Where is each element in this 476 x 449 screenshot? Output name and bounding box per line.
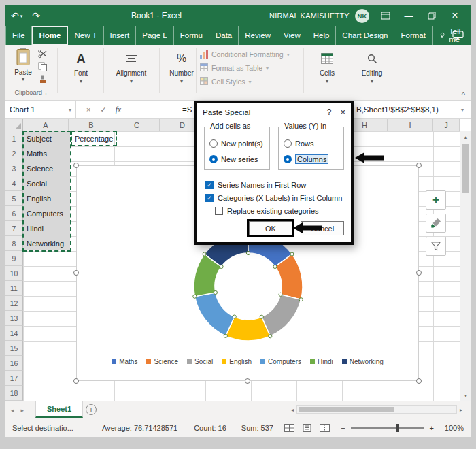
normal-view-button[interactable] [284,423,294,433]
sheet-nav-right-icon[interactable]: ▸ [21,407,24,414]
clipboard-dialog-launcher-icon[interactable]: ⌟ [44,90,47,96]
cell-a5[interactable]: English [24,191,69,206]
column-header-a[interactable]: A [23,119,69,131]
insert-function-icon[interactable]: fx [112,101,125,118]
scroll-down-icon[interactable]: ▼ [460,390,471,401]
radio-rows[interactable] [284,139,292,148]
copy-icon[interactable] [38,62,48,73]
restore-button[interactable] [420,5,443,26]
hscroll-right-icon[interactable]: ▸ [460,407,462,413]
row-header-8[interactable]: 8 [5,236,23,251]
row-header-6[interactable]: 6 [5,206,23,221]
column-header-c[interactable]: C [114,119,160,131]
cell-a3[interactable]: Science [24,161,69,176]
cell-a6[interactable]: Computers [24,206,69,221]
ribbon-display-options-icon[interactable] [374,5,397,26]
formula-enter-icon[interactable]: ✓ [97,101,110,118]
font-group[interactable]: A Font ▾ [61,50,101,84]
sheet-tab-sheet1[interactable]: Sheet1 [35,401,83,418]
chart-selection-handle[interactable] [245,378,250,384]
formula-cancel-icon[interactable]: × [82,101,95,118]
chart-filters-button[interactable] [426,237,446,256]
chart-selection-handle[interactable] [73,270,79,276]
cell-styles-button[interactable]: Cell Styles▾ [200,75,301,88]
chart-legend[interactable]: MathsScienceSocialEnglishComputersHindiN… [77,358,418,365]
radio-new-series[interactable] [209,155,218,163]
page-break-view-button[interactable] [319,423,330,433]
vertical-scrollbar-thumb[interactable] [462,144,469,193]
checkbox-categories-x-labels-in-first-column[interactable]: ✓ [205,194,214,202]
horizontal-scrollbar-thumb[interactable] [299,407,394,412]
tab-chart-design[interactable]: Chart Design [336,26,394,45]
undo-icon[interactable]: ↶▾ [11,10,22,21]
formula-text-right[interactable]: B,Sheet1!$B$2:$B$8,1) [356,101,439,118]
column-header-j[interactable]: J [433,119,460,131]
tab-page-l[interactable]: Page L [136,26,173,45]
zoom-slider-handle[interactable] [396,424,399,432]
tab-review[interactable]: Review [239,26,277,45]
undo-dropdown-icon[interactable]: ▾ [20,14,23,18]
cell-a1[interactable]: Subject [24,131,69,146]
legend-item-hindi[interactable]: Hindi [310,358,333,365]
name-box-dropdown-icon[interactable]: ▾ [69,107,71,113]
cut-icon[interactable] [38,50,48,60]
editing-group[interactable]: Editing ▾ [352,50,392,84]
column-header-b[interactable]: B [69,119,114,131]
checkbox-label-series-names-in-first-row[interactable]: Series Names in First Row [218,181,306,189]
format-painter-icon[interactable] [38,75,48,85]
zoom-level[interactable]: 100% [439,424,464,432]
cancel-button[interactable]: Cancel [301,221,344,235]
row-header-18[interactable]: 18 [5,386,23,401]
chart-styles-button[interactable] [426,214,446,233]
checkbox-label-replace-existing-categories[interactable]: Replace existing categories [227,207,319,215]
tab-formu[interactable]: Formu [174,26,209,45]
ribbon-collapse-icon[interactable]: ^ [462,90,465,99]
row-header-10[interactable]: 10 [5,266,23,281]
tab-file[interactable]: File [5,26,32,45]
checkbox-series-names-in-first-row[interactable]: ✓ [205,181,214,189]
cell-a8[interactable]: Networking [24,236,69,251]
cells-group[interactable]: Cells ▾ [307,50,347,84]
row-header-17[interactable]: 17 [5,371,23,386]
chart-selection-handle[interactable] [416,378,422,384]
tab-view[interactable]: View [277,26,307,45]
hscroll-left-icon[interactable]: ◂ [291,407,294,413]
scroll-up-icon[interactable]: ▲ [460,131,471,142]
doughnut-segment-computers[interactable] [194,293,234,336]
row-header-12[interactable]: 12 [5,296,23,311]
ok-button[interactable]: OK [249,221,292,235]
row-header-11[interactable]: 11 [5,281,23,296]
legend-item-science[interactable]: Science [146,358,178,365]
avatar[interactable]: NK [355,9,369,23]
cell-a7[interactable]: Hindi [24,221,69,236]
row-header-13[interactable]: 13 [5,311,23,326]
row-header-1[interactable]: 1 [5,131,23,146]
paste-dropdown-icon[interactable]: ▾ [22,76,24,82]
row-header-4[interactable]: 4 [5,176,23,191]
dialog-help-button[interactable]: ? [327,107,332,117]
formula-bar-expand-icon[interactable]: ▾ [456,101,469,118]
radio-new-point-s[interactable] [209,139,218,148]
horizontal-scrollbar[interactable] [296,405,457,414]
vertical-scrollbar[interactable]: ▲ ▼ [460,131,471,401]
tab-data[interactable]: Data [209,26,239,45]
legend-item-networking[interactable]: Networking [342,358,384,365]
paste-button[interactable]: Paste ▾ [11,48,35,82]
checkbox-replace-existing-categories[interactable] [215,207,223,215]
tab-insert[interactable]: Insert [104,26,137,45]
chart-elements-button[interactable]: + [426,190,446,210]
legend-item-social[interactable]: Social [187,358,213,365]
format-as-table-button[interactable]: Format as Table▾ [200,61,301,75]
row-header-9[interactable]: 9 [5,251,23,266]
sheet-nav-left-icon[interactable]: ◂ [11,407,14,414]
row-header-5[interactable]: 5 [5,191,23,206]
radio-columns[interactable] [284,155,292,163]
cell-a2[interactable]: Maths [24,146,69,161]
close-button[interactable]: × [443,5,466,26]
dialog-close-button[interactable]: × [340,107,345,117]
zoom-slider[interactable] [351,423,424,433]
tab-help[interactable]: Help [307,26,337,45]
chart-selection-handle[interactable] [416,270,422,276]
tab-new-t[interactable]: New T [68,26,103,45]
conditional-formatting-button[interactable]: Conditional Formatting▾ [200,48,301,61]
